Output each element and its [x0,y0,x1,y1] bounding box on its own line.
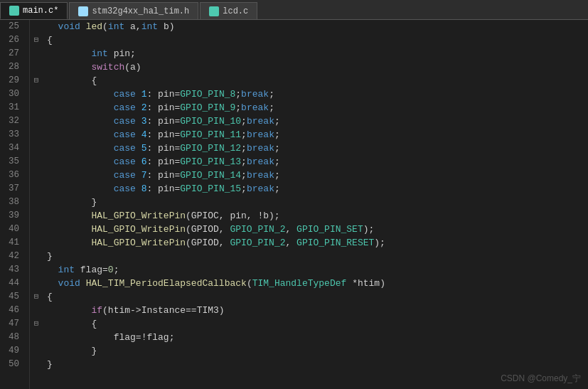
code-line: { [47,290,588,304]
tab-label: lcd.c [223,6,248,16]
code-area: void led(int a,int b){ int pin; switch(a… [43,20,588,389]
fold-cell [30,223,43,236]
line-number: 30 [0,87,23,101]
fold-cell[interactable]: ⊟ [30,317,43,331]
line-number: 36 [0,169,23,182]
tab-lcd-c[interactable]: lcd.c [200,2,257,19]
line-number: 25 [0,20,23,33]
code-line: } [47,344,588,358]
code-line: case 4: pin=GPIO_PIN_11;break; [47,128,588,142]
fold-cell [30,20,43,33]
code-line: HAL_GPIO_WritePin(GPIOD, GPIO_PIN_2, GPI… [47,236,588,250]
line-number: 45 [0,290,23,304]
line-number: 27 [0,47,23,60]
line-number: 37 [0,182,23,196]
code-line: switch(a) [47,60,588,74]
fold-cell [30,101,43,114]
fold-cell [30,263,43,277]
fold-cell [30,47,43,60]
fold-cell[interactable]: ⊟ [30,33,43,47]
code-line: void HAL_TIM_PeriodElapsedCallback(TIM_H… [47,277,588,290]
code-line: HAL_GPIO_WritePin(GPIOC, pin, !b); [47,209,588,223]
fold-cell [30,250,43,263]
line-number: 39 [0,209,23,223]
fold-cell [30,304,43,317]
fold-cell [30,142,43,155]
fold-cell [30,60,43,74]
code-line: case 1: pin=GPIO_PIN_8;break; [47,87,588,101]
fold-cell [30,196,43,209]
line-number: 42 [0,250,23,263]
h-icon [78,6,88,16]
code-line: if(htim->Instance==TIM3) [47,304,588,317]
code-line: { [47,74,588,87]
fold-cell [30,344,43,358]
code-line: case 2: pin=GPIO_PIN_9;break; [47,101,588,114]
code-line: HAL_GPIO_WritePin(GPIOD, GPIO_PIN_2, GPI… [47,223,588,236]
line-number: 47 [0,317,23,331]
code-line: } [47,358,588,371]
code-line: { [47,33,588,47]
code-line: int pin; [47,47,588,60]
fold-cell [30,358,43,371]
line-number: 33 [0,128,23,142]
c-icon [9,6,19,16]
fold-cell [30,277,43,290]
fold-cell [30,236,43,250]
line-number: 49 [0,344,23,358]
fold-cell[interactable]: ⊟ [30,74,43,87]
line-number: 41 [0,236,23,250]
tab-stm32g4xx-hal-tim-h[interactable]: stm32g4xx_hal_tim.h [69,2,198,19]
tab-main-c-[interactable]: main.c* [0,2,68,19]
code-line: case 8: pin=GPIO_PIN_15;break; [47,182,588,196]
code-line: } [47,250,588,263]
line-number: 38 [0,196,23,209]
code-line: case 6: pin=GPIO_PIN_13;break; [47,155,588,169]
line-number: 34 [0,142,23,155]
tab-label: main.c* [23,6,58,16]
code-line: } [47,196,588,209]
line-number: 43 [0,263,23,277]
watermark: CSDN @Comedy_宁 [501,373,581,385]
code-line: void led(int a,int b) [47,20,588,33]
fold-cell [30,169,43,182]
code-line: flag=!flag; [47,331,588,344]
line-number: 28 [0,60,23,74]
fold-cell[interactable]: ⊟ [30,290,43,304]
code-line: case 7: pin=GPIO_PIN_14;break; [47,169,588,182]
fold-column: ⊟⊟⊟⊟ [30,20,43,389]
line-number: 48 [0,331,23,344]
line-number: 29 [0,74,23,87]
fold-cell [30,155,43,169]
line-number: 26 [0,33,23,47]
line-number: 50 [0,358,23,371]
editor: 2526272829303132333435363738394041424344… [0,20,588,389]
fold-cell [30,209,43,223]
fold-cell [30,331,43,344]
line-number: 35 [0,155,23,169]
fold-cell [30,87,43,101]
tab-bar: main.c*stm32g4xx_hal_tim.hlcd.c [0,0,588,20]
code-line: int flag=0; [47,263,588,277]
fold-cell [30,128,43,142]
code-line: case 3: pin=GPIO_PIN_10;break; [47,114,588,128]
line-number: 31 [0,101,23,114]
line-number: 40 [0,223,23,236]
code-line: { [47,317,588,331]
tab-label: stm32g4xx_hal_tim.h [92,6,189,16]
code-line: case 5: pin=GPIO_PIN_12;break; [47,142,588,155]
line-number: 44 [0,277,23,290]
c-icon [209,6,219,16]
line-number: 32 [0,114,23,128]
fold-cell [30,182,43,196]
fold-cell [30,114,43,128]
line-number: 46 [0,304,23,317]
line-numbers: 2526272829303132333435363738394041424344… [0,20,30,389]
